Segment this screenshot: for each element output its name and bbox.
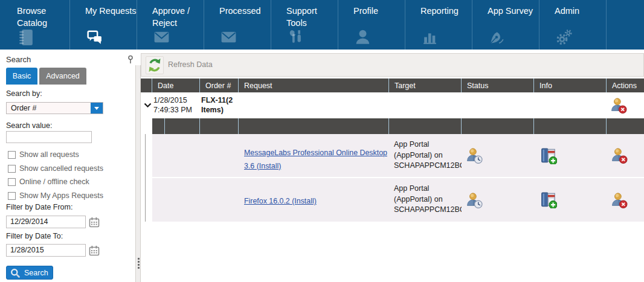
search-by-label: Search by: bbox=[6, 89, 42, 98]
tree-line bbox=[145, 134, 146, 222]
envelope-icon bbox=[152, 28, 171, 46]
group-row: 1/28/2015 7:49:33 PM FLX-11(2 Items) bbox=[141, 92, 644, 118]
target-text: App Portal (AppPortal) on SCHAPAPPCM12BO… bbox=[389, 178, 462, 222]
calendar-icon[interactable] bbox=[89, 217, 100, 228]
tab-basic[interactable]: Basic bbox=[6, 68, 37, 85]
checkbox[interactable] bbox=[8, 178, 16, 186]
checkbox[interactable] bbox=[8, 151, 16, 159]
search-by-value: Order # bbox=[11, 103, 36, 114]
tab-advanced[interactable]: Advanced bbox=[39, 68, 86, 85]
nav-item-app-survey[interactable]: App Survey bbox=[472, 0, 539, 50]
user-cancel-icon[interactable] bbox=[611, 147, 628, 164]
checkbox-online-offline-check[interactable]: Online / offline check bbox=[8, 178, 89, 186]
search-by-dropdown[interactable]: Order # bbox=[6, 102, 103, 114]
pin-icon[interactable] bbox=[127, 55, 134, 64]
nav-item-profile[interactable]: Profile bbox=[338, 0, 405, 50]
header-actions[interactable]: Actions bbox=[607, 79, 644, 92]
table-row: MessageLabs Professional Online Desktop … bbox=[152, 134, 644, 177]
search-value-label: Search value: bbox=[6, 121, 52, 130]
nav-label: Browse Catalog bbox=[17, 5, 70, 29]
dropdown-button[interactable] bbox=[91, 103, 103, 114]
splitter-grip bbox=[138, 267, 140, 269]
tools-icon bbox=[286, 28, 305, 46]
header-target[interactable]: Target bbox=[389, 79, 462, 92]
nav-item-my-requests[interactable]: My Requests bbox=[69, 0, 137, 50]
refresh-label: Refresh Data bbox=[168, 60, 213, 69]
refresh-button[interactable] bbox=[146, 56, 164, 74]
nav-item-processed[interactable]: Processed bbox=[204, 0, 271, 50]
user-pending-icon[interactable] bbox=[466, 192, 483, 208]
nav-item-approve-reject[interactable]: Approve / Reject bbox=[137, 0, 204, 50]
panel-splitter[interactable] bbox=[135, 65, 141, 282]
date-to-input[interactable]: 1/28/2015 bbox=[6, 244, 86, 257]
chat-bubbles-icon bbox=[85, 28, 104, 46]
checkbox-show-cancelled-requests[interactable]: Show cancelled requests bbox=[8, 164, 103, 173]
chevron-down-icon bbox=[94, 107, 99, 110]
nav-item-browse-catalog[interactable]: Browse Catalog bbox=[0, 0, 69, 50]
search-button[interactable]: Search bbox=[6, 266, 53, 280]
checkbox[interactable] bbox=[8, 192, 16, 200]
nav-label: Profile bbox=[353, 5, 407, 17]
search-value-input[interactable] bbox=[6, 131, 92, 143]
envelope-icon bbox=[219, 28, 238, 46]
magnifier-icon bbox=[10, 268, 20, 278]
search-panel-title: Search bbox=[6, 55, 31, 64]
user-cancel-icon[interactable] bbox=[611, 192, 628, 208]
nav-label: Support Tools bbox=[286, 5, 340, 29]
nav-item-support-tools[interactable]: Support Tools bbox=[271, 0, 338, 50]
package-add-icon[interactable] bbox=[540, 191, 557, 208]
checkbox-show-my-apps-requests[interactable]: Show My Apps Requests bbox=[8, 191, 103, 200]
calendar-icon[interactable] bbox=[89, 245, 100, 256]
header-order[interactable]: Order # bbox=[200, 79, 239, 92]
request-link[interactable]: MessageLabs Professional Online Desktop … bbox=[244, 149, 387, 170]
top-nav: Browse Catalog My Requests Approve / Rej… bbox=[0, 0, 644, 50]
user-pending-icon[interactable] bbox=[466, 147, 483, 164]
nav-label: Admin bbox=[555, 5, 608, 17]
user-cancel-icon[interactable] bbox=[611, 97, 627, 114]
nav-label: My Requests bbox=[85, 5, 138, 17]
header-request[interactable]: Request bbox=[239, 79, 389, 92]
target-text: App Portal (AppPortal) on SCHAPAPPCM12BO… bbox=[389, 134, 462, 177]
request-link[interactable]: Firefox 16.0.2 (Install) bbox=[244, 197, 317, 205]
search-panel: Search Basic Advanced Search by: Order #… bbox=[0, 50, 135, 282]
table-row: Firefox 16.0.2 (Install) App Portal (App… bbox=[152, 178, 644, 222]
catalog-icon bbox=[17, 28, 36, 46]
group-date: 1/28/2015 7:49:33 PM bbox=[152, 92, 200, 118]
gears-icon bbox=[555, 28, 573, 46]
collapse-chevron-icon[interactable] bbox=[144, 101, 152, 111]
search-button-label: Search bbox=[24, 269, 48, 277]
date-to-label: Filter by Date To: bbox=[6, 232, 63, 240]
nav-label: Processed bbox=[219, 5, 272, 17]
splitter-grip bbox=[138, 258, 140, 260]
header-status[interactable]: Status bbox=[462, 79, 534, 92]
nested-table-header bbox=[152, 118, 644, 134]
group-order: FLX-11(2 Items) bbox=[200, 92, 239, 118]
checkbox-show-all-requests[interactable]: Show all requests bbox=[8, 150, 79, 159]
date-from-input[interactable]: 12/29/2014 bbox=[6, 216, 86, 228]
header-date[interactable]: Date bbox=[152, 79, 200, 92]
package-add-icon[interactable] bbox=[540, 147, 557, 164]
nav-label: App Survey bbox=[488, 5, 541, 17]
splitter-grip bbox=[138, 261, 140, 263]
pen-icon bbox=[488, 28, 506, 46]
toolbar: Refresh Data bbox=[141, 53, 644, 77]
person-icon bbox=[353, 28, 372, 46]
date-from-label: Filter by Date From: bbox=[6, 203, 72, 211]
table-header: Date Order # Request Target Status Info … bbox=[141, 79, 644, 92]
nav-item-admin[interactable]: Admin bbox=[539, 0, 606, 50]
nav-label: Approve / Reject bbox=[152, 5, 205, 29]
nav-item-reporting[interactable]: Reporting bbox=[405, 0, 472, 50]
checkbox[interactable] bbox=[8, 165, 16, 173]
header-info[interactable]: Info bbox=[534, 79, 607, 92]
nav-label: Reporting bbox=[420, 5, 474, 17]
bar-chart-icon bbox=[420, 28, 439, 46]
nav-filler bbox=[606, 0, 644, 50]
splitter-grip bbox=[138, 264, 140, 266]
header-expander bbox=[141, 79, 152, 92]
